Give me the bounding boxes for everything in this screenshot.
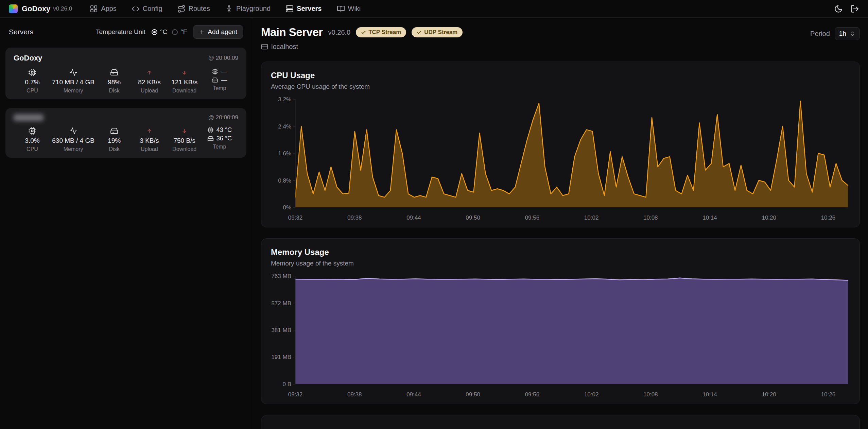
theme-toggle-button[interactable]: [834, 4, 843, 13]
route-icon: [177, 5, 186, 13]
navbar-left: GoDoxy v0.26.0 Apps Config Routes Playgr…: [9, 4, 361, 13]
svg-text:09:32: 09:32: [288, 391, 303, 398]
memory-usage-card: Memory Usage Memory usage of the system …: [261, 238, 860, 404]
upload-label: Upload: [141, 146, 158, 152]
svg-text:10:08: 10:08: [643, 391, 658, 398]
server-card-header: GoDoxy @ 20:00:09: [14, 54, 238, 63]
nav-item-config[interactable]: Config: [132, 5, 162, 13]
metric-upload: 82 KB/s Upload: [134, 68, 164, 94]
svg-text:3.2%: 3.2%: [278, 96, 291, 103]
nav-item-routes[interactable]: Routes: [177, 5, 210, 13]
metric-disk: 98% Disk: [99, 68, 129, 94]
download-value: 750 B/s: [173, 137, 195, 144]
radio-option-fahrenheit[interactable]: °F: [172, 28, 187, 36]
sidebar-controls: Temperature Unit °C °F Add agent: [96, 25, 243, 39]
temp-disk-row: —: [212, 76, 227, 84]
nav-label-config: Config: [143, 5, 162, 13]
disk-value: 19%: [108, 137, 121, 144]
svg-text:0%: 0%: [283, 204, 291, 211]
metric-temp: 43 °C 36 °C Temp: [204, 126, 235, 152]
main-nav: Apps Config Routes Playground Servers Wi…: [90, 5, 361, 13]
page-title: Main Server: [261, 26, 323, 39]
moon-icon: [834, 4, 843, 13]
radio-fahrenheit[interactable]: [172, 29, 178, 35]
nav-label-playground: Playground: [236, 5, 271, 13]
add-agent-label: Add agent: [208, 28, 237, 36]
next-chart-card-partial: [261, 415, 860, 429]
svg-text:09:38: 09:38: [347, 214, 362, 221]
tcp-stream-label: TCP Stream: [368, 29, 401, 36]
cpu-value: 3.0%: [25, 137, 39, 144]
svg-text:10:14: 10:14: [702, 391, 717, 398]
memory-value: 710 MB / 4 GB: [52, 79, 94, 86]
temp-disk-row: 36 °C: [207, 135, 232, 142]
main-header-left: Main Server v0.26.0 TCP Stream UDP Strea…: [261, 26, 463, 51]
svg-text:09:56: 09:56: [525, 214, 540, 221]
cpu-chip-icon: [212, 68, 218, 75]
cpu-chip-icon: [28, 126, 36, 135]
server-icon: [285, 5, 294, 13]
fahrenheit-label: °F: [180, 28, 187, 36]
temp-cpu-value: —: [221, 68, 227, 75]
period-group: Period 1h: [810, 27, 860, 40]
temp-label: Temp: [213, 144, 226, 150]
svg-text:09:44: 09:44: [406, 391, 421, 398]
metric-cpu: 0.7% CPU: [17, 68, 48, 94]
period-select[interactable]: 1h: [835, 27, 860, 40]
brand-version: v0.26.0: [53, 5, 72, 12]
svg-text:0 B: 0 B: [282, 381, 291, 388]
disk-label: Disk: [109, 146, 120, 152]
temp-rows: 43 °C 36 °C: [207, 126, 232, 142]
main-content: Main Server v0.26.0 TCP Stream UDP Strea…: [252, 18, 868, 429]
server-name: GoDoxy: [14, 54, 42, 63]
server-metrics-row: 0.7% CPU 710 MB / 4 GB Memory 98% Disk 8…: [14, 68, 238, 94]
host-name: localhost: [271, 43, 298, 51]
temp-cpu-row: —: [212, 68, 227, 75]
cpu-chip-icon: [28, 68, 36, 77]
servers-sidebar: Servers Temperature Unit °C °F Add agent: [0, 18, 252, 429]
nav-item-playground[interactable]: Playground: [225, 5, 271, 13]
godoxy-logo: [9, 4, 18, 13]
chevrons-up-down-icon: [850, 31, 855, 37]
cpu-label: CPU: [27, 146, 38, 152]
svg-text:09:50: 09:50: [466, 214, 480, 221]
add-agent-button[interactable]: Add agent: [193, 25, 243, 39]
nav-item-servers[interactable]: Servers: [285, 5, 322, 13]
metric-temp: — — Temp: [204, 68, 235, 94]
cpu-chip-icon: [207, 127, 214, 133]
top-navbar: GoDoxy v0.26.0 Apps Config Routes Playgr…: [0, 0, 868, 18]
svg-text:10:02: 10:02: [584, 391, 599, 398]
svg-text:10:20: 10:20: [762, 391, 776, 398]
server-timestamp: @ 20:00:09: [208, 55, 238, 62]
download-arrow-icon: [181, 126, 187, 135]
temperature-unit-radio-group: °C °F: [152, 28, 187, 36]
temp-disk-value: —: [221, 76, 227, 84]
nav-item-wiki[interactable]: Wiki: [337, 5, 361, 13]
main-header: Main Server v0.26.0 TCP Stream UDP Strea…: [261, 26, 860, 51]
radio-celsius[interactable]: [152, 29, 157, 35]
server-name-blurred: [14, 114, 44, 121]
check-icon: [417, 30, 422, 35]
server-timestamp: @ 20:00:09: [208, 114, 238, 121]
host-drive-icon: [261, 43, 268, 50]
memory-chart-title: Memory Usage: [271, 247, 850, 257]
metric-memory: 710 MB / 4 GB Memory: [52, 68, 94, 94]
logout-button[interactable]: [850, 4, 859, 13]
temp-cpu-value: 43 °C: [216, 126, 232, 134]
memory-chart-subtitle: Memory usage of the system: [271, 260, 850, 267]
svg-text:10:26: 10:26: [821, 391, 836, 398]
radio-option-celsius[interactable]: °C: [152, 28, 167, 36]
server-card-godoxy[interactable]: GoDoxy @ 20:00:09 0.7% CPU 710 MB / 4 GB…: [5, 48, 246, 99]
nav-label-routes: Routes: [189, 5, 210, 13]
nav-label-apps: Apps: [101, 5, 117, 13]
page-layout: Servers Temperature Unit °C °F Add agent: [0, 18, 868, 429]
download-label: Download: [172, 146, 196, 152]
nav-item-apps[interactable]: Apps: [90, 5, 117, 13]
svg-text:1.6%: 1.6%: [278, 150, 291, 157]
temp-cpu-row: 43 °C: [207, 126, 232, 134]
server-card-second[interactable]: @ 20:00:09 3.0% CPU 630 MB / 4 GB Memory…: [5, 108, 246, 158]
cpu-chart-subtitle: Average CPU usage of the system: [271, 83, 850, 90]
period-value: 1h: [839, 30, 846, 37]
celsius-label: °C: [160, 28, 167, 36]
temp-label: Temp: [213, 85, 226, 91]
